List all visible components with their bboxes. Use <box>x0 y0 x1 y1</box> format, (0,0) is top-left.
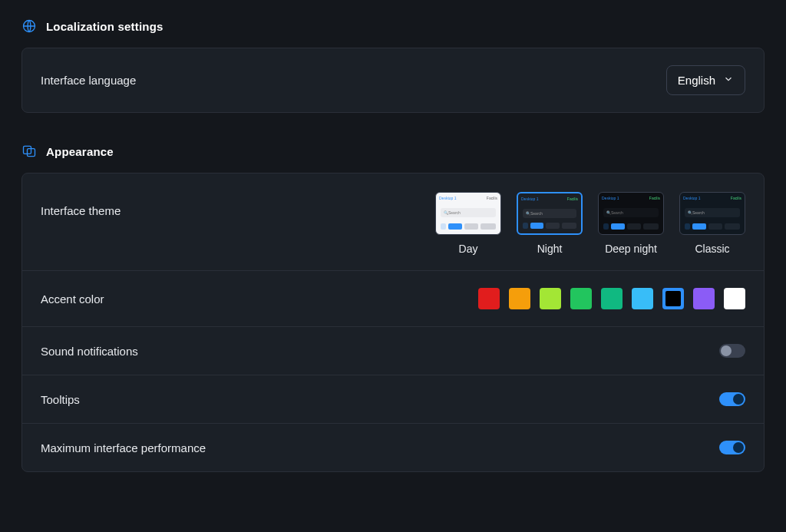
accent-swatch-5[interactable] <box>632 288 653 309</box>
accent-swatch-1[interactable] <box>509 288 530 309</box>
theme-label-night: Night <box>537 243 563 255</box>
max-performance-label: Maximum interface performance <box>41 441 206 454</box>
sound-notifications-label: Sound notifications <box>41 345 138 358</box>
theme-option-classic[interactable]: Desktop 1Facilis 🔍 Search Classic <box>679 192 745 255</box>
interface-language-row: Interface language English <box>22 48 764 112</box>
tooltips-label: Tooltips <box>41 393 80 406</box>
localization-header: Localization settings <box>21 18 765 34</box>
theme-label-day: Day <box>459 243 478 255</box>
tooltips-toggle[interactable] <box>719 392 745 406</box>
accent-swatches <box>478 288 745 309</box>
accent-swatch-7[interactable] <box>693 288 715 309</box>
theme-label-classic: Classic <box>695 243 729 255</box>
globe-icon <box>21 18 37 34</box>
interface-language-label: Interface language <box>41 74 136 87</box>
chevron-down-icon <box>723 74 734 87</box>
accent-color-row: Accent color <box>22 270 764 326</box>
appearance-icon <box>21 144 37 159</box>
theme-option-day[interactable]: Desktop 1Facilis 🔍 Search Day <box>435 192 501 255</box>
appearance-title: Appearance <box>46 145 114 158</box>
theme-thumb-night: Desktop 1Facilis 🔍 Search <box>517 192 583 235</box>
accent-color-label: Accent color <box>41 292 104 306</box>
theme-thumb-day: Desktop 1Facilis 🔍 Search <box>435 192 501 235</box>
accent-swatch-3[interactable] <box>570 288 592 309</box>
accent-swatch-6[interactable] <box>662 288 684 309</box>
appearance-header: Appearance <box>21 144 765 159</box>
accent-swatch-0[interactable] <box>478 288 500 309</box>
theme-option-night[interactable]: Desktop 1Facilis 🔍 Search Night <box>517 192 583 255</box>
accent-swatch-2[interactable] <box>540 288 561 309</box>
theme-options: Desktop 1Facilis 🔍 Search Day Desktop 1F… <box>435 192 745 255</box>
accent-swatch-4[interactable] <box>601 288 623 309</box>
localization-title: Localization settings <box>46 20 163 33</box>
appearance-panel: Interface theme Desktop 1Facilis 🔍 Searc… <box>21 173 765 472</box>
accent-swatch-8[interactable] <box>724 288 745 309</box>
interface-theme-label: Interface theme <box>41 192 121 217</box>
theme-thumb-classic: Desktop 1Facilis 🔍 Search <box>679 192 745 235</box>
max-performance-row: Maximum interface performance <box>22 423 764 471</box>
theme-label-deep-night: Deep night <box>605 243 657 255</box>
theme-thumb-deep-night: Desktop 1Facilis 🔍 Search <box>598 192 664 235</box>
sound-notifications-row: Sound notifications <box>22 326 764 375</box>
theme-option-deep-night[interactable]: Desktop 1Facilis 🔍 Search Deep night <box>598 192 664 255</box>
tooltips-row: Tooltips <box>22 375 764 423</box>
sound-notifications-toggle[interactable] <box>719 344 745 358</box>
language-dropdown-value: English <box>678 74 715 87</box>
interface-theme-row: Interface theme Desktop 1Facilis 🔍 Searc… <box>22 173 764 270</box>
max-performance-toggle[interactable] <box>719 441 745 454</box>
language-dropdown[interactable]: English <box>666 65 745 95</box>
localization-panel: Interface language English <box>21 48 765 113</box>
